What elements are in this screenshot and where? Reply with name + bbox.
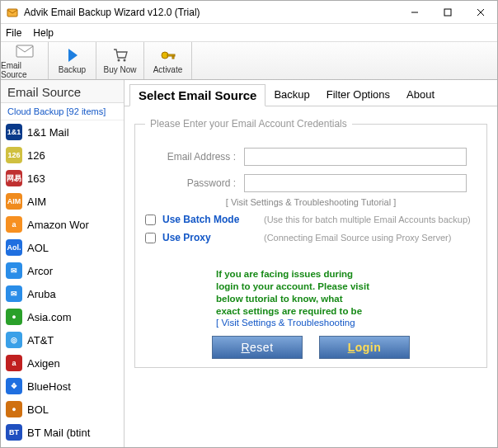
sidebar-item-label: AIM [27,196,46,208]
provider-icon: AIM [6,193,22,210]
sidebar: Email Source Cloud Backup [92 items] 1&1… [1,80,124,447]
sidebar-item[interactable]: aAxigen [1,351,124,375]
tutorial-link-top[interactable]: [ Visit Settings & Troubleshooting Tutor… [145,197,477,207]
sidebar-subtitle[interactable]: Cloud Backup [92 items] [1,103,124,120]
sidebar-item[interactable]: ❖BlueHost [1,375,124,398]
key-icon [160,47,176,64]
sidebar-title: Email Source [1,80,124,103]
menu-file[interactable]: File [6,27,21,39]
sidebar-item-label: BT Mail (btint [27,427,90,439]
sidebar-item[interactable]: 126126 [1,144,124,167]
sidebar-item-label: Arcor [27,265,53,277]
play-icon [66,47,79,64]
main-area: Select Email Source Backup Filter Option… [124,80,497,447]
sidebar-item[interactable]: 网易163 [1,167,124,190]
provider-icon: ✉ [6,285,22,302]
tab-select-email-source[interactable]: Select Email Source [129,84,265,106]
menu-help[interactable]: Help [33,27,54,39]
tabs: Select Email Source Backup Filter Option… [124,80,497,106]
sidebar-item-label: AT&T [27,334,54,347]
tool-buy-now[interactable]: Buy Now [96,42,144,79]
window-title: Advik Email Backup Wizard v12.0 (Trial) [24,7,398,18]
maximize-button[interactable] [431,1,464,24]
sidebar-item-label: Asia.com [27,311,71,323]
sidebar-item-label: 126 [27,149,45,162]
email-input[interactable] [244,148,467,166]
close-button[interactable] [464,1,497,24]
provider-icon: 1&1 [6,124,22,140]
tab-about[interactable]: About [398,85,443,104]
sidebar-item[interactable]: ✉Aruba [1,282,124,305]
svg-point-7 [123,59,125,62]
menubar: File Help [1,24,497,42]
sidebar-item-label: AOL [27,242,49,254]
provider-icon: Aol. [6,239,22,256]
sidebar-item-label: BlueHost [27,380,71,393]
provider-icon: ◎ [6,332,22,348]
help-block: If you are facing issues during login to… [216,268,406,328]
provider-icon: ● [6,401,22,417]
svg-rect-2 [444,9,451,16]
sidebar-item[interactable]: BTBT Mail (btint [1,421,124,444]
sidebar-item[interactable]: ◎AT&T [1,328,124,351]
sidebar-item[interactable]: 1&11&1 Mail [1,120,124,144]
proxy-hint: (Connecting Email Source using Proxy Ser… [264,233,451,243]
cart-icon [112,47,129,64]
app-icon [6,6,19,19]
tool-activate[interactable]: Activate [144,42,192,79]
envelope-icon [16,43,34,59]
batch-mode-label: Use Batch Mode [162,214,257,225]
provider-icon: ✉ [6,262,22,279]
provider-icon: BT [6,424,22,441]
tool-label: Email Source [1,61,48,79]
password-label: Password : [145,177,236,189]
provider-icon: 网易 [6,170,22,186]
sidebar-item[interactable]: ✉Arcor [1,259,124,282]
sidebar-item-label: 163 [27,172,45,185]
batch-mode-checkbox[interactable] [145,215,156,225]
sidebar-item-label: 1&1 Mail [27,126,69,139]
panel-select-email-source: Please Enter your Email Account Credenti… [124,106,497,447]
credentials-fieldset: Please Enter your Email Account Credenti… [134,118,487,368]
toolbar: Email Source Backup Buy Now Activate [1,42,497,80]
sidebar-item-label: BOL [27,403,49,416]
batch-mode-hint: (Use this for batch multiple Email Accou… [264,215,471,224]
sidebar-item-label: Aruba [27,288,56,300]
tool-backup[interactable]: Backup [49,42,96,79]
tab-backup[interactable]: Backup [265,85,317,104]
email-label: Email Address : [145,151,236,163]
provider-icon: a [6,216,22,233]
proxy-checkbox[interactable] [145,233,156,243]
sidebar-item[interactable]: AIMAIM [1,190,124,213]
svg-rect-5 [16,45,33,57]
sidebar-item[interactable]: aAmazon Wor [1,213,124,236]
tutorial-link-bottom[interactable]: [ Visit Settings & Troubleshooting [216,318,406,328]
minimize-button[interactable] [398,1,431,24]
reset-button[interactable]: Reset [212,336,303,359]
login-button[interactable]: Login [319,336,410,359]
sidebar-item[interactable]: ●Asia.com [1,305,124,328]
svg-rect-10 [172,56,174,59]
proxy-label: Use Proxy [162,232,257,243]
tab-filter-options[interactable]: Filter Options [318,85,398,104]
sidebar-list: 1&11&1 Mail126126网易163AIMAIMaAmazon WorA… [1,120,124,447]
provider-icon: ● [6,309,22,325]
tool-label: Buy Now [103,65,136,74]
tool-label: Activate [153,65,183,74]
provider-icon: ❖ [6,378,22,394]
sidebar-item[interactable]: ●BOL [1,398,124,421]
password-input[interactable] [244,174,467,192]
credentials-legend: Please Enter your Email Account Credenti… [145,118,352,130]
sidebar-item-label: Amazon Wor [27,219,89,231]
tool-email-source[interactable]: Email Source [1,42,49,79]
sidebar-item-label: Axigen [27,357,60,370]
titlebar: Advik Email Backup Wizard v12.0 (Trial) [1,1,497,24]
sidebar-item[interactable]: BTBTOpenWorld [1,444,124,447]
tool-label: Backup [59,65,86,74]
provider-icon: 126 [6,147,22,163]
sidebar-item[interactable]: Aol.AOL [1,236,124,259]
help-text: If you are facing issues during login to… [216,268,406,318]
provider-icon: a [6,355,22,371]
svg-point-6 [117,59,120,62]
